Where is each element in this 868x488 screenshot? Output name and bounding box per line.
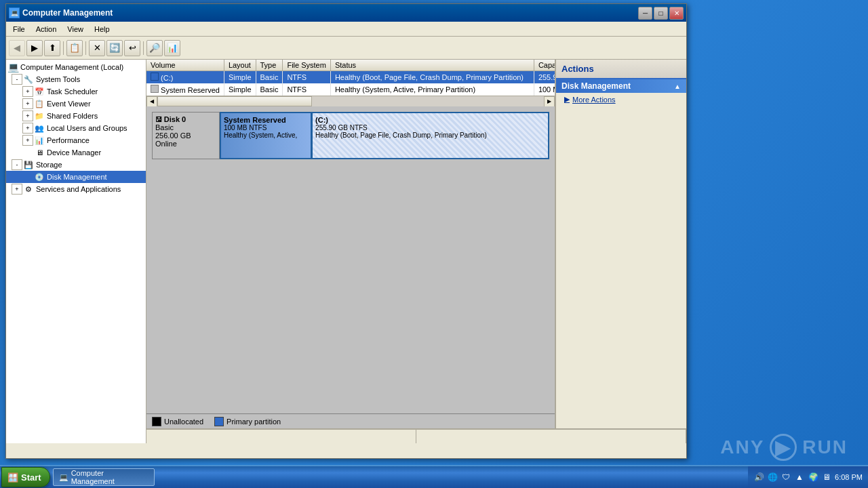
tree-item-device-manager[interactable]: 🖥 Device Manager [6,146,146,159]
actions-more-actions[interactable]: ▶ More Actions [556,93,686,106]
task-scheduler-expand[interactable]: + [22,86,33,97]
tree-item-system-tools[interactable]: - 🔧 System Tools [6,73,146,85]
performance-expand[interactable]: + [22,135,33,146]
system-tools-expand[interactable]: - [12,74,22,85]
search-button[interactable]: 🔎 [146,40,163,56]
cell-volume-c: (C:) [146,71,224,84]
col-filesystem[interactable]: File System [283,60,330,71]
performance-icon: 📊 [34,135,45,146]
col-layout[interactable]: Layout [224,60,256,71]
menu-file[interactable]: File [7,24,31,35]
actions-panel: Actions Disk Management ▲ ▶ More Actions [555,60,686,428]
systray-arrow-icon[interactable]: ▲ [794,472,805,483]
cell-volume-sysres-label: System Reserved [161,86,220,94]
cell-fs-sysres: NTFS [283,83,330,96]
tree-label-services-apps: Services and Applications [36,185,121,193]
hscroll[interactable]: ◀ ▶ [146,96,555,106]
systray-monitor-icon[interactable]: 🖥 [821,472,832,483]
menubar: File Action View Help [6,22,686,37]
legend: Unallocated Primary partition [146,413,555,428]
hscroll-left[interactable]: ◀ [146,96,157,107]
taskbar-tasks: 💻 Computer Management [50,468,748,486]
legend-primary: Primary partition [214,417,281,426]
systray-security-icon[interactable]: 🛡 [781,472,791,483]
disk-size: 256.00 GB [155,131,216,140]
partition-sysres-size: 100 MB NTFS [224,124,308,131]
partition-sysres-status: Healthy (System, Active, [224,131,308,139]
tree-item-storage[interactable]: - 💾 Storage [6,159,146,171]
minimize-button[interactable]: ─ [638,7,652,20]
partition-sysres-name: System Reserved [224,116,308,124]
tree-item-task-scheduler[interactable]: + 📅 Task Scheduler [6,85,146,98]
storage-expand[interactable]: - [12,159,22,170]
delete-button[interactable]: ✕ [89,40,105,56]
tree-item-services-apps[interactable]: + ⚙ Services and Applications [6,183,146,195]
more-actions-label: More Actions [572,96,616,104]
watermark-play-icon: ▶ [770,434,797,461]
up-button[interactable]: ⬆ [44,40,60,56]
shared-folders-expand[interactable]: + [22,110,33,121]
menu-help[interactable]: Help [89,24,115,35]
cell-volume-sysres: System Reserved [146,83,224,96]
show-hide-button[interactable]: 📋 [66,40,83,56]
taskbar-right: 🔊 🌐 🛡 ▲ 🌍 🖥 6:08 PM [748,466,868,488]
disk-partitions: System Reserved 100 MB NTFS Healthy (Sys… [220,112,549,159]
tree-item-performance[interactable]: + 📊 Performance [6,134,146,146]
menu-view[interactable]: View [62,24,89,35]
col-volume[interactable]: Volume [146,60,224,71]
close-button[interactable]: ✕ [669,7,684,20]
tree-item-shared-folders[interactable]: + 📁 Shared Folders [6,110,146,122]
partition-c-status: Healthy (Boot, Page File, Crash Dump, Pr… [315,131,545,139]
task-scheduler-icon: 📅 [34,86,45,97]
disk-status: Online [155,140,216,148]
disk-row-0: 🖫 Disk 0 Basic 256.00 GB Online System R… [152,112,549,159]
tree-item-event-viewer[interactable]: + 📋 Event Viewer [6,98,146,110]
partition-system-reserved[interactable]: System Reserved 100 MB NTFS Healthy (Sys… [220,112,312,159]
volume-icon-sysres [151,85,159,93]
forward-button[interactable]: ▶ [26,40,43,56]
cell-layout-sysres: Simple [224,83,256,96]
hscroll-thumb[interactable] [157,96,312,106]
tree-item-computer-management[interactable]: 💻 Computer Management (Local) [6,61,146,73]
titlebar-left: 💻 Computer Management [9,7,113,18]
taskbar-task-computer-management[interactable]: 💻 Computer Management [53,468,155,486]
disk-management-icon: 💿 [34,171,45,182]
local-users-expand[interactable]: + [22,123,33,134]
actions-section-disk-management[interactable]: Disk Management ▲ [556,79,686,93]
cell-type-sysres: Basic [256,83,283,96]
toolbar: ◀ ▶ ⬆ 📋 ✕ 🔄 ↩ 🔎 📊 [6,37,686,60]
systray-network-icon[interactable]: 🌐 [767,472,778,483]
cell-layout-c: Simple [224,71,256,84]
start-button[interactable]: 🪟 Start [1,467,50,487]
services-expand[interactable]: + [12,184,22,195]
main-panel: Volume Layout Type File System Status Ca… [146,60,555,428]
tree-label-computer-management: Computer Management (Local) [20,63,123,71]
back-button[interactable]: ◀ [9,40,25,56]
tree-item-local-users[interactable]: + 👥 Local Users and Groups [6,122,146,134]
report-button[interactable]: 📊 [164,40,180,56]
col-capacity[interactable]: Capacity [534,60,555,71]
disk-label-0: 🖫 Disk 0 Basic 256.00 GB Online [152,112,220,159]
status-left [146,430,416,443]
right-content: Volume Layout Type File System Status Ca… [146,60,686,443]
menu-action[interactable]: Action [31,24,62,35]
systray-volume-icon[interactable]: 🔊 [753,472,764,483]
cell-capacity-sysres: 100 MB [534,83,555,96]
tree-item-disk-management[interactable]: 💿 Disk Management [6,171,146,183]
hscroll-track[interactable] [157,96,544,106]
maximize-button[interactable]: □ [654,7,668,20]
table-scroll[interactable]: Volume Layout Type File System Status Ca… [146,60,555,96]
properties-button[interactable]: 🔄 [106,40,123,56]
titlebar-buttons: ─ □ ✕ [638,7,684,20]
col-status[interactable]: Status [330,60,534,71]
table-row[interactable]: System Reserved Simple Basic NTFS Health… [146,83,555,96]
cell-capacity-c: 255.90 GB [534,71,555,84]
table-row[interactable]: (C:) Simple Basic NTFS Healthy (Boot, Pa… [146,71,555,84]
systray-ie-icon[interactable]: 🌍 [808,472,818,483]
partition-c-name: (C:) [315,116,545,124]
col-type[interactable]: Type [256,60,283,71]
event-viewer-expand[interactable]: + [22,98,33,109]
hscroll-right[interactable]: ▶ [544,96,555,107]
partition-c-drive[interactable]: (C:) 255.90 GB NTFS Healthy (Boot, Page … [312,112,549,159]
help-button[interactable]: ↩ [124,40,140,56]
